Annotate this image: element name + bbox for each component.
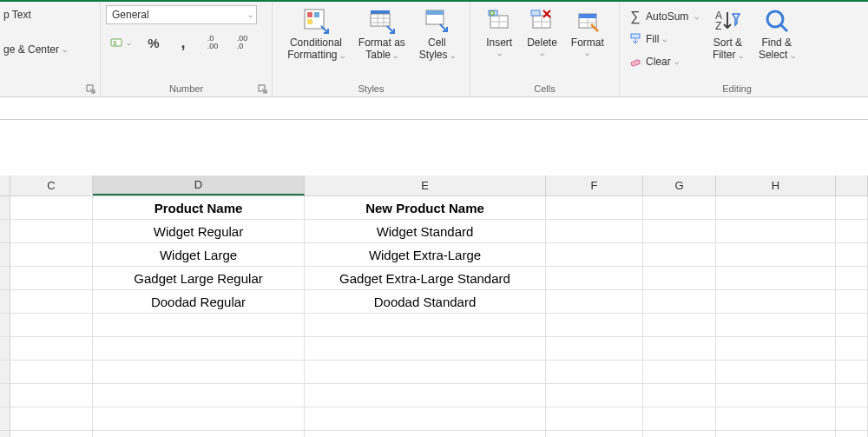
cell[interactable] [546, 243, 643, 267]
cell[interactable] [305, 337, 546, 361]
cell[interactable] [10, 243, 93, 267]
format-as-table-button[interactable]: Format as Table ⌵ [353, 5, 411, 63]
cell[interactable] [643, 243, 716, 267]
increase-decimal-button[interactable]: .0.00 [202, 33, 223, 52]
cell[interactable] [643, 407, 716, 431]
cell[interactable] [546, 407, 643, 431]
cell[interactable] [93, 384, 305, 407]
cell[interactable]: New Product Name [305, 196, 546, 220]
format-button[interactable]: Format ⌵ [566, 5, 609, 60]
col-header-c[interactable]: C [10, 175, 93, 195]
cell[interactable] [643, 314, 716, 337]
cell[interactable] [546, 290, 643, 314]
col-header-f[interactable]: F [546, 175, 643, 195]
cell[interactable] [305, 314, 546, 337]
fill-button[interactable]: Fill ⌵ [625, 30, 670, 49]
cell[interactable] [10, 384, 93, 407]
cell[interactable] [716, 407, 836, 431]
col-header-i[interactable] [836, 175, 868, 195]
cell[interactable] [93, 407, 305, 431]
cell[interactable]: Widget Regular [93, 220, 305, 243]
cell[interactable] [546, 314, 643, 337]
cell[interactable] [10, 407, 93, 431]
col-header-h[interactable]: H [716, 175, 836, 195]
delete-button[interactable]: Delete ⌵ [522, 5, 562, 60]
col-header-g[interactable]: G [643, 175, 716, 195]
alignment-dialog-launcher[interactable] [86, 84, 96, 95]
comma-button[interactable]: , [173, 33, 194, 52]
cell[interactable] [10, 314, 93, 337]
cell[interactable]: Doodad Standard [305, 290, 546, 314]
cell[interactable] [716, 314, 836, 337]
cell[interactable] [10, 337, 93, 361]
autosum-button[interactable]: ∑ AutoSum ⌵ [625, 7, 702, 26]
percent-button[interactable]: % [143, 33, 164, 52]
cell[interactable] [836, 407, 868, 431]
cell[interactable]: Gadget Extra-Large Standard [305, 267, 546, 290]
cell[interactable] [836, 267, 868, 290]
cell[interactable] [93, 337, 305, 361]
cell[interactable]: Doodad Regular [93, 290, 305, 314]
cell[interactable] [643, 290, 716, 314]
cell[interactable] [10, 431, 93, 437]
cell[interactable] [643, 220, 716, 243]
cell[interactable] [643, 431, 716, 437]
cell[interactable] [10, 361, 93, 384]
cell[interactable] [716, 267, 836, 290]
cell[interactable] [836, 196, 868, 220]
cell[interactable] [836, 384, 868, 407]
cell[interactable] [643, 267, 716, 290]
cell[interactable] [836, 243, 868, 267]
conditional-formatting-button[interactable]: Conditional Formatting ⌵ [282, 5, 350, 63]
cell[interactable] [93, 361, 305, 384]
accounting-format-button[interactable]: $ ⌵ [106, 33, 135, 52]
clear-button[interactable]: Clear ⌵ [625, 52, 682, 71]
cell[interactable] [716, 196, 836, 220]
cell[interactable] [546, 220, 643, 243]
cell[interactable] [546, 267, 643, 290]
cell[interactable] [716, 431, 836, 437]
cell[interactable] [836, 361, 868, 384]
decrease-decimal-button[interactable]: .00.0 [232, 33, 253, 52]
number-dialog-launcher[interactable] [258, 84, 268, 95]
cell[interactable] [643, 384, 716, 407]
wrap-text-button[interactable]: p Text [0, 5, 35, 24]
cell[interactable] [643, 337, 716, 361]
cell[interactable] [305, 407, 546, 431]
cell[interactable]: Gadget Large Regular [93, 267, 305, 290]
cell[interactable]: Widget Extra-Large [305, 243, 546, 267]
col-header-d[interactable]: D [93, 175, 305, 195]
cell[interactable] [716, 220, 836, 243]
cell[interactable] [305, 431, 546, 437]
cell[interactable] [10, 220, 93, 243]
cell[interactable] [643, 361, 716, 384]
cell-styles-button[interactable]: Cell Styles ⌵ [414, 5, 460, 63]
number-format-dropdown[interactable]: General ⌵ [106, 5, 257, 24]
cell[interactable] [546, 337, 643, 361]
cell[interactable] [716, 337, 836, 361]
cell[interactable] [546, 196, 643, 220]
cell[interactable] [836, 314, 868, 337]
cell[interactable] [10, 196, 93, 220]
cell[interactable] [836, 431, 868, 437]
cell[interactable] [836, 220, 868, 243]
cell[interactable]: Widget Standard [305, 220, 546, 243]
cell[interactable] [546, 361, 643, 384]
cell[interactable] [546, 384, 643, 407]
cell[interactable]: Widget Large [93, 243, 305, 267]
cell[interactable] [716, 384, 836, 407]
cell[interactable] [836, 290, 868, 314]
cell[interactable] [643, 196, 716, 220]
cell[interactable] [305, 384, 546, 407]
cell[interactable] [93, 314, 305, 337]
find-select-button[interactable]: Find & Select ⌵ [753, 5, 800, 63]
cell[interactable] [10, 290, 93, 314]
cell[interactable] [305, 361, 546, 384]
cell[interactable] [546, 431, 643, 437]
cell[interactable] [716, 290, 836, 314]
cell[interactable] [716, 361, 836, 384]
col-header-e[interactable]: E [305, 175, 546, 195]
sort-filter-button[interactable]: AZ Sort & Filter ⌵ [707, 5, 748, 63]
cell[interactable] [93, 431, 305, 437]
cell[interactable] [836, 337, 868, 361]
